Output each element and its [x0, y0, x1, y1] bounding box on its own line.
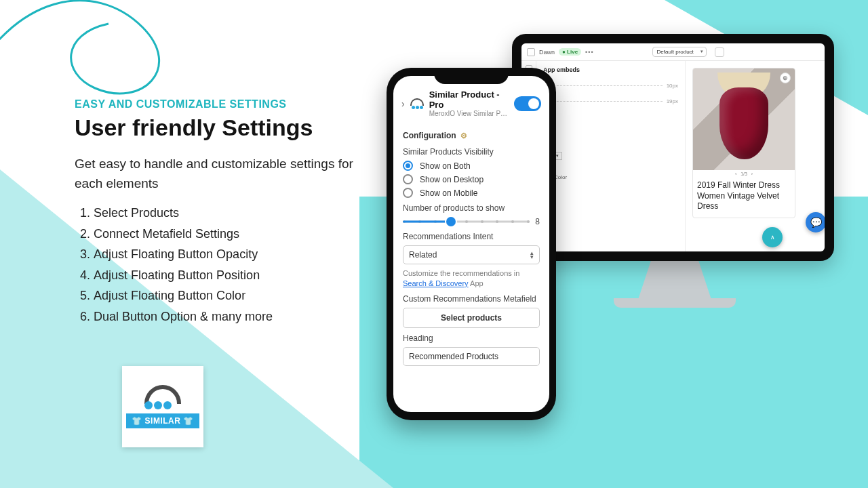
logo-badge: 👕 SIMILAR 👕: [126, 413, 199, 428]
count-label: Number of products to show: [403, 203, 540, 213]
list-item: Adjust Floating Button Opacity: [94, 244, 373, 265]
count-value: 8: [535, 217, 540, 226]
app-title: Similar Product - Pro: [429, 89, 509, 110]
kicker: EASY AND CUSTOMIZABLE SETTINGS: [75, 98, 373, 110]
monitor-screen: Dawn ● Live ••• Default product App embe…: [521, 43, 825, 251]
subheadline: Get easy to handle and customizable sett…: [75, 155, 373, 193]
scroll-up-icon[interactable]: ∧: [762, 227, 783, 247]
radio-show-mobile[interactable]: Show on Mobile: [403, 188, 540, 198]
intent-hint: Customize the recommendations in Search …: [403, 268, 540, 289]
chevron-right-icon[interactable]: ›: [401, 98, 405, 109]
panel-title: App embeds: [543, 66, 678, 73]
heading-label: Heading: [403, 333, 540, 343]
select-products-button[interactable]: Select products: [403, 308, 540, 328]
editor-topbar: Dawn ● Live ••• Default product: [521, 43, 825, 61]
visibility-label: Similar Products Visibility: [403, 147, 540, 157]
product-image: ⊕: [693, 68, 795, 170]
monitor-base: [614, 298, 736, 308]
marketing-copy: EASY AND CUSTOMIZABLE SETTINGS User frie…: [75, 98, 373, 327]
app-icon: [410, 97, 424, 110]
gear-icon: ⚙: [460, 131, 467, 140]
count-slider[interactable]: [403, 217, 530, 226]
app-embed-header: › Similar Product - Pro MeroxIO View Sim…: [393, 76, 549, 123]
list-item: Connect Metafield Settings: [94, 224, 373, 245]
viewport-icon[interactable]: [715, 47, 724, 57]
dimension-label: 10px: [667, 83, 678, 89]
search-discovery-link[interactable]: Search & Discovery: [403, 279, 469, 287]
heading-input[interactable]: Recommended Products: [403, 347, 540, 366]
feature-list: Select Products Connect Metafield Settin…: [75, 203, 373, 327]
metafield-label: Custom Recommendations Metafield: [403, 294, 540, 304]
live-badge: ● Live: [559, 48, 581, 56]
theme-name: Dawn: [539, 49, 555, 56]
app-logo-card: 👕 SIMILAR 👕: [122, 366, 203, 447]
image-pager[interactable]: ‹ 1/3 ›: [693, 170, 795, 178]
radio-show-both[interactable]: Show on Both: [403, 161, 540, 171]
shirt-icon: 👕: [132, 416, 142, 426]
app-subtitle: MeroxIO View Similar Prod...: [429, 110, 509, 117]
logo-mark: [144, 385, 181, 409]
intent-label: Recommendations Intent: [403, 232, 540, 241]
phone-screen: › Similar Product - Pro MeroxIO View Sim…: [393, 76, 549, 412]
more-icon[interactable]: •••: [585, 49, 593, 56]
list-item: Select Products: [94, 203, 373, 224]
radio-icon: [403, 161, 413, 171]
list-item: Adjust Floating Button Position: [94, 265, 373, 286]
list-item: Adjust Floating Button Color: [94, 285, 373, 306]
editor-panel: App embeds 10px 19px ▴▾ Color: [536, 61, 686, 251]
shirt-icon: 👕: [183, 416, 194, 426]
magnify-icon[interactable]: ⊕: [780, 73, 791, 83]
radio-show-desktop[interactable]: Show on Desktop: [403, 174, 540, 184]
desktop-monitor-mock: Dawn ● Live ••• Default product App embe…: [512, 34, 834, 261]
product-title: 2019 Fall Winter Dress Women Vintage Vel…: [693, 178, 795, 218]
decorative-squiggle: [0, 0, 197, 108]
theme-preview: ⊕ ‹ 1/3 › 2019 Fall Winter Dress Women V…: [686, 61, 825, 251]
dimension-label: 19px: [667, 98, 678, 104]
updown-icon: ▴▾: [530, 251, 534, 259]
template-select[interactable]: Default product: [652, 47, 707, 57]
intent-select[interactable]: Related▴▾: [403, 245, 540, 264]
chat-bubble-icon[interactable]: 💬: [806, 212, 825, 232]
number-stepper[interactable]: ▴▾: [543, 152, 678, 160]
enable-toggle[interactable]: [514, 96, 541, 111]
radio-icon: [403, 174, 413, 184]
product-card[interactable]: ⊕ ‹ 1/3 › 2019 Fall Winter Dress Women V…: [692, 68, 795, 218]
exit-icon[interactable]: [527, 48, 535, 56]
radio-icon: [403, 188, 413, 198]
list-item: Dual Button Option & many more: [94, 306, 373, 327]
section-title: Configuration⚙: [403, 131, 540, 140]
headline: User friendly Settings: [75, 115, 373, 141]
phone-mock: › Similar Product - Pro MeroxIO View Sim…: [387, 68, 556, 420]
